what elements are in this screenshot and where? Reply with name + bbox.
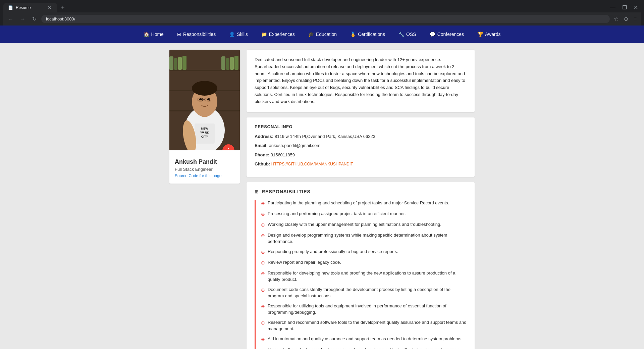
new-tab-button[interactable]: + [58,3,67,12]
github-label: Github: [255,161,270,166]
list-item: ⊕Working closely with the upper manageme… [261,221,467,229]
email-label: Email: [255,143,268,148]
list-item: ⊕Research and recommend software tools t… [261,319,467,332]
tab-close-button[interactable]: ✕ [47,5,52,10]
nav-label-conferences: Conferences [437,32,464,37]
list-item: ⊕Aid in automation and quality assurance… [261,336,467,343]
resp-item-text: Responsible for utilizing tools and equi… [268,303,467,316]
nav-bar: 🏠 Home ⊞ Responsibilities 👤 Skills 📁 Exp… [0,26,644,43]
resp-item-text: Document code consistently throughout th… [268,286,467,299]
list-item: ⊕Review report and repair legacy code. [261,259,467,266]
menu-icon[interactable]: ≡ [632,15,638,23]
active-tab[interactable]: 📄 Resume ✕ [3,3,57,12]
svg-rect-8 [221,56,225,70]
address-label: Address: [255,134,273,139]
profile-title: Full Stack Engineer [175,167,234,172]
source-code-link[interactable]: Source Code for this page [175,173,221,178]
svg-text:Y❤RK: Y❤RK [200,131,209,134]
conferences-icon: 💬 [430,32,435,37]
personal-info-title: PERSONAL INFO [255,124,467,129]
list-item: ⊕Document code consistently throughout t… [261,286,467,299]
browser-chrome: 📄 Resume ✕ + — ❐ ✕ ← → ↻ ☆ ⊙ ≡ [0,0,644,26]
resp-item-text: Responsible for developing new tools and… [268,270,467,283]
experiences-icon: 📁 [261,32,267,37]
right-content: Dedicated and seasoned full stack develo… [247,50,475,349]
bookmark-icon[interactable]: ☆ [612,14,620,23]
education-icon: 🎓 [308,32,314,37]
email-value: ankush.pandit@gmail.com [269,143,320,148]
bullet-icon: ⊕ [261,347,265,349]
bullet-icon: ⊕ [261,303,265,310]
bullet-icon: ⊕ [261,232,265,239]
nav-item-certifications[interactable]: 🏅 Certifications [343,26,392,43]
bullet-icon: ⊕ [261,259,265,266]
toolbar-actions: ☆ ⊙ ≡ [612,14,638,23]
list-item: ⊕Review to the extent possible changes i… [261,346,467,349]
list-item: ⊕Responding promptly and professionally … [261,248,467,256]
responsibilities-section-icon: ⊞ [255,189,259,194]
reload-button[interactable]: ↻ [30,14,39,23]
resp-item-text: Processing and performing assigned proje… [268,210,406,217]
svg-text:NEW: NEW [201,127,209,130]
bullet-icon: ⊕ [261,249,265,256]
awards-icon: 🏆 [477,32,483,37]
resp-item-text: Working closely with the upper managemen… [268,221,441,228]
nav-item-conferences[interactable]: 💬 Conferences [423,26,471,43]
nav-item-education[interactable]: 🎓 Education [302,26,343,43]
svg-text:CITY: CITY [201,135,208,138]
responsibilities-list: ⊕Participating in the planning and sched… [255,200,467,349]
svg-rect-1 [169,70,240,71]
profile-icon[interactable]: ⊙ [623,14,630,23]
nav-item-responsibilities[interactable]: ⊞ Responsibilities [170,26,222,43]
address-bar[interactable] [41,15,610,23]
photo-placeholder: NEW Y❤RK CITY [169,50,240,150]
bullet-icon: ⊕ [261,221,265,229]
phone-label: Phone: [255,152,269,157]
address-value: 8119 w 144th Pl,Overland Park, Kansas,US… [275,134,375,139]
restore-button[interactable]: ❐ [620,3,630,12]
bio-card: Dedicated and seasoned full stack develo… [247,50,475,112]
nav-item-awards[interactable]: 🏆 Awards [471,26,507,43]
window-controls: — ❐ ✕ [607,3,641,12]
bullet-icon: ⊕ [261,336,265,343]
nav-label-education: Education [316,32,337,37]
profile-card: NEW Y❤RK CITY [169,50,240,184]
svg-point-22 [199,98,202,100]
github-link[interactable]: HTTPS://GITHUB.COM/IAMANKUSHPANDIT [271,162,353,166]
responsibilities-icon: ⊞ [177,32,181,37]
svg-rect-11 [234,56,238,70]
nav-item-home[interactable]: 🏠 Home [137,26,170,43]
profile-photo: NEW Y❤RK CITY [169,50,240,150]
profile-name: Ankush Pandit [175,158,234,165]
nav-item-skills[interactable]: 👤 Skills [222,26,255,43]
resp-item-text: Review report and repair legacy code. [268,259,341,266]
list-item: ⊕Design and develop programming systems … [261,232,467,245]
bio-text: Dedicated and seasoned full stack develo… [255,56,467,105]
resp-item-text: Research and recommend software tools to… [268,319,467,332]
responsibilities-title: RESPONSIBILITIES [262,189,311,194]
close-window-button[interactable]: ✕ [631,3,641,12]
list-item: ⊕Participating in the planning and sched… [261,200,467,207]
tab-title: Resume [16,5,31,10]
email-item: Email: ankush.pandit@gmail.com [255,142,467,149]
personal-info-card: PERSONAL INFO Address: 8119 w 144th Pl,O… [247,117,475,177]
nav-label-home: Home [151,32,164,37]
minimize-button[interactable]: — [607,3,618,12]
forward-button[interactable]: → [18,15,28,23]
phone-value: 3156011859 [271,152,295,157]
svg-rect-4 [169,56,173,70]
resp-item-text: Aid in automation and quality assurance … [268,336,463,342]
responsibilities-header: ⊞ RESPONSIBILITIES [255,189,467,194]
resp-item-text: Responding promptly and professionally t… [268,248,398,255]
oss-icon: 🔧 [398,32,404,37]
skills-icon: 👤 [229,32,235,37]
github-item: Github: HTTPS://GITHUB.COM/IAMANKUSHPAND… [255,161,467,167]
nav-label-responsibilities: Responsibilities [183,32,216,37]
svg-rect-10 [230,57,234,70]
bullet-icon: ⊕ [261,270,265,277]
back-button[interactable]: ← [6,15,15,23]
nav-item-oss[interactable]: 🔧 OSS [392,26,423,43]
nav-label-certifications: Certifications [358,32,385,37]
nav-item-experiences[interactable]: 📁 Experiences [255,26,302,43]
resp-item-text: Participating in the planning and schedu… [268,200,449,206]
